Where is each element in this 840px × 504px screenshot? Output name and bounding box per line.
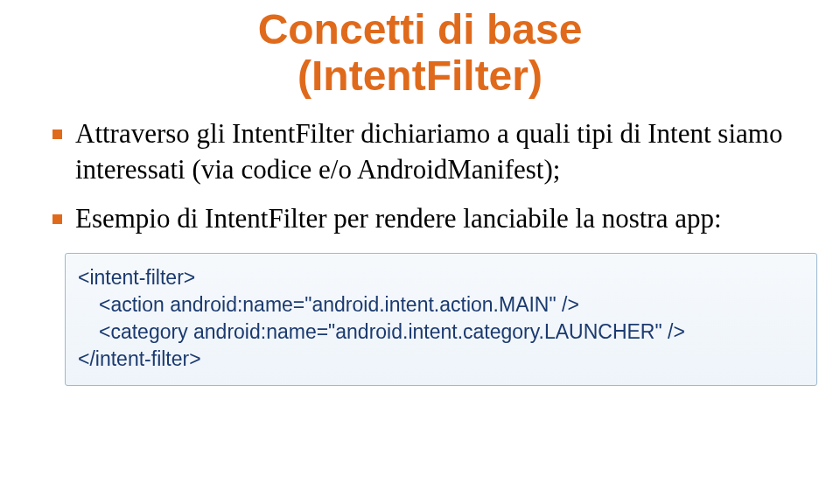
- code-block: <intent-filter> <action android:name="an…: [65, 253, 817, 386]
- bullet-text: Attraverso gli IntentFilter dichiariamo …: [75, 118, 782, 186]
- slide: Concetti di base (IntentFilter) Attraver…: [0, 0, 840, 504]
- title-line-1: Concetti di base: [258, 6, 583, 52]
- code-line: <category android:name="android.intent.c…: [78, 318, 804, 346]
- title-line-2: (IntentFilter): [298, 52, 542, 99]
- list-item: Attraverso gli IntentFilter dichiariamo …: [44, 116, 796, 189]
- code-line: <action android:name="android.intent.act…: [78, 291, 804, 318]
- code-line: <intent-filter>: [78, 264, 804, 291]
- list-item: Esempio di IntentFilter per rendere lanc…: [44, 200, 796, 237]
- slide-title: Concetti di base (IntentFilter): [44, 7, 796, 100]
- bullet-text: Esempio di IntentFilter per rendere lanc…: [75, 203, 722, 234]
- bullet-list: Attraverso gli IntentFilter dichiariamo …: [44, 116, 796, 238]
- code-line: </intent-filter>: [78, 346, 804, 373]
